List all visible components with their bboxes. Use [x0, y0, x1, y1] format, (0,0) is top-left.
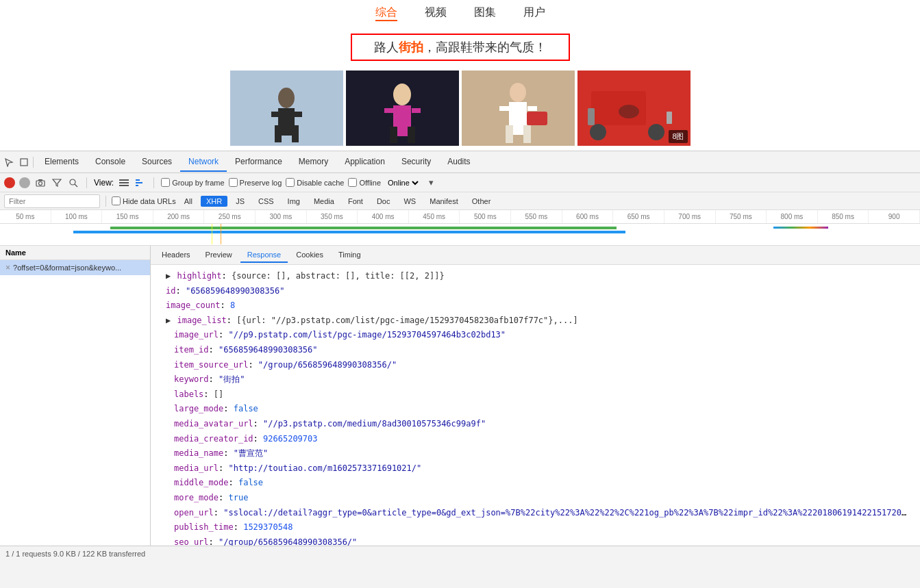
- group-by-frame-label[interactable]: Group by frame: [161, 178, 224, 187]
- json-value: "街拍": [219, 374, 245, 384]
- svg-rect-17: [506, 125, 513, 143]
- svg-point-8: [393, 84, 411, 105]
- json-line-middle-mode: middle_mode: false: [158, 476, 913, 491]
- tab-综合[interactable]: 综合: [375, 5, 397, 21]
- image-thumb-4[interactable]: 8图: [577, 71, 691, 146]
- json-key: image_url: [174, 330, 219, 340]
- timeline-marker-orange: [221, 224, 221, 244]
- tab-sources[interactable]: Sources: [134, 153, 180, 172]
- cursor-icon[interactable]: [3, 156, 15, 168]
- box-icon[interactable]: [18, 156, 30, 168]
- tab-用户[interactable]: 用户: [523, 5, 545, 21]
- filter-input[interactable]: [4, 194, 100, 208]
- panel-header-label: Name: [5, 248, 26, 257]
- request-item[interactable]: × ?offset=0&format=json&keywo...: [0, 260, 150, 275]
- tab-memory[interactable]: Memory: [290, 153, 336, 172]
- json-line-id: id: "656859648990308356": [158, 284, 913, 299]
- images-row: 8图: [0, 71, 920, 146]
- tick-600ms: 600 ms: [562, 210, 614, 223]
- svg-rect-26: [588, 108, 595, 125]
- tab-performance[interactable]: Performance: [227, 153, 290, 172]
- svg-point-31: [39, 181, 42, 185]
- response-panel: Headers Preview Response Cookies Timing …: [151, 246, 920, 546]
- funnel-icon[interactable]: [51, 177, 63, 189]
- svg-rect-32: [38, 179, 42, 181]
- tab-timing[interactable]: Timing: [332, 248, 368, 263]
- filter-tab-font[interactable]: Font: [343, 196, 369, 207]
- offline-label[interactable]: Offline: [348, 178, 381, 187]
- record-button[interactable]: [4, 177, 15, 188]
- toolbar-separator: [86, 177, 87, 188]
- tab-图集[interactable]: 图集: [474, 5, 496, 21]
- tick-450ms: 450 ms: [409, 210, 460, 223]
- camera-icon[interactable]: [34, 177, 47, 189]
- svg-rect-20: [527, 106, 537, 111]
- json-key: media_creator_id: [174, 434, 253, 444]
- tick-900ms: 900: [869, 210, 920, 223]
- svg-point-33: [70, 179, 75, 185]
- tab-network[interactable]: Network: [180, 153, 227, 172]
- filter-tab-js[interactable]: JS: [230, 196, 250, 207]
- close-icon[interactable]: ×: [5, 263, 10, 272]
- waterfall-view-icon[interactable]: [134, 177, 147, 189]
- filter-separator: [105, 196, 106, 207]
- preserve-log-checkbox[interactable]: [229, 178, 238, 187]
- svg-rect-18: [523, 125, 531, 143]
- svg-rect-27: [667, 112, 672, 124]
- preserve-log-label[interactable]: Preserve log: [229, 178, 282, 187]
- hide-data-urls-label[interactable]: Hide data URLs: [112, 196, 176, 205]
- filter-tab-media[interactable]: Media: [308, 196, 340, 207]
- json-line-publish-time: publish_time: 1529370548: [158, 520, 913, 535]
- filter-tab-css[interactable]: CSS: [253, 196, 279, 207]
- group-by-frame-checkbox[interactable]: [161, 178, 170, 187]
- website-tabs: 综合 视频 图集 用户: [0, 0, 920, 27]
- svg-rect-11: [408, 127, 415, 143]
- tab-security[interactable]: Security: [393, 153, 439, 172]
- online-select[interactable]: Online: [385, 178, 421, 188]
- tab-console[interactable]: Console: [87, 153, 134, 172]
- list-view-icon[interactable]: [118, 177, 130, 189]
- offline-checkbox[interactable]: [348, 178, 357, 187]
- json-value: {source: [], abstract: [], title: [[2, 2…: [232, 271, 445, 281]
- stop-button[interactable]: [19, 177, 30, 188]
- dropdown-icon[interactable]: ▾: [425, 177, 437, 189]
- svg-rect-6: [292, 112, 302, 117]
- tab-preview[interactable]: Preview: [199, 248, 239, 263]
- disable-cache-label[interactable]: Disable cache: [286, 178, 344, 187]
- svg-rect-36: [119, 182, 129, 183]
- filter-tab-other[interactable]: Other: [467, 196, 497, 207]
- request-name: ?offset=0&format=json&keywo...: [13, 264, 121, 272]
- response-content[interactable]: ▶ highlight: {source: [], abstract: [], …: [151, 265, 920, 546]
- tab-视频[interactable]: 视频: [425, 5, 447, 21]
- svg-rect-40: [136, 185, 138, 186]
- hide-data-urls-checkbox[interactable]: [112, 196, 121, 205]
- timeline-multi-bar: [773, 227, 828, 229]
- image-thumb-2[interactable]: [346, 71, 459, 146]
- filter-tab-manifest[interactable]: Manifest: [424, 196, 464, 207]
- collapse-arrow[interactable]: ▶: [166, 316, 171, 325]
- filter-tab-img[interactable]: Img: [282, 196, 306, 207]
- tab-headers[interactable]: Headers: [155, 248, 197, 263]
- svg-point-15: [510, 83, 526, 102]
- tab-elements[interactable]: Elements: [36, 153, 87, 172]
- json-key: id: [166, 286, 175, 296]
- search-icon[interactable]: [67, 177, 79, 189]
- disable-cache-checkbox[interactable]: [286, 178, 295, 187]
- image-thumb-1[interactable]: [230, 71, 343, 146]
- json-key: image_count: [166, 301, 220, 310]
- tab-response[interactable]: Response: [240, 248, 288, 263]
- search-result-title: 路人街拍，高跟鞋带来的气质！: [351, 34, 570, 61]
- tab-audits[interactable]: Audits: [439, 153, 478, 172]
- filter-tab-all[interactable]: All: [179, 196, 198, 207]
- tick-300ms: 300 ms: [256, 210, 307, 223]
- json-line-open-url: open_url: "sslocal://detail?aggr_type=0&…: [158, 506, 911, 521]
- json-key: more_mode: [174, 493, 219, 502]
- filter-tab-xhr[interactable]: XHR: [201, 196, 227, 207]
- image-thumb-3[interactable]: [462, 71, 575, 146]
- filter-tab-doc[interactable]: Doc: [371, 196, 396, 207]
- collapse-arrow[interactable]: ▶: [166, 271, 171, 281]
- filter-tab-ws[interactable]: WS: [398, 196, 421, 207]
- tab-application[interactable]: Application: [336, 153, 393, 172]
- devtools-main: Name × ?offset=0&format=json&keywo... He…: [0, 246, 920, 546]
- tab-cookies[interactable]: Cookies: [289, 248, 330, 263]
